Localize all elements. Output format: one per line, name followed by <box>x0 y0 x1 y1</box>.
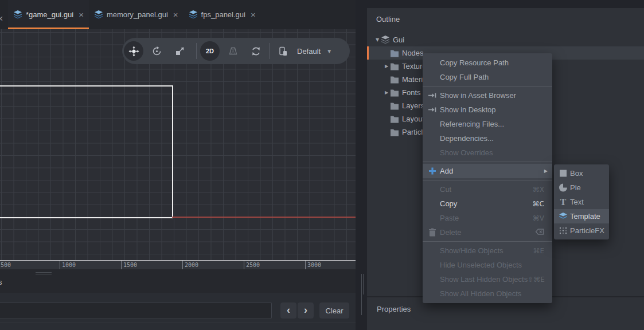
menu-item-add[interactable]: Add▶ <box>423 164 552 178</box>
console-search-input[interactable] <box>0 302 272 319</box>
tree-item-label: Nodes <box>402 49 424 57</box>
tree-item-label: Gui <box>393 36 404 44</box>
display-profile-value[interactable]: Default <box>297 47 321 56</box>
tab-label: memory_panel.gui <box>107 10 168 19</box>
console-tab-partial-label: s <box>0 278 2 286</box>
menu-divider <box>423 160 552 164</box>
menu-item-hide-unselected-objects: Hide Unselected Objects <box>423 258 552 272</box>
particlefx-icon <box>559 226 568 235</box>
tab-label: *game_gui.gui <box>26 10 73 19</box>
submenu-item-box[interactable]: Box <box>554 166 609 180</box>
outline-panel-title: Outline <box>376 15 400 23</box>
chevron-expanded-icon[interactable]: ▼ <box>374 37 381 42</box>
close-tab-icon[interactable]: × <box>173 10 178 19</box>
tab-fps-panel-gui[interactable]: fps_panel.gui× <box>184 0 261 29</box>
submenu-arrow-icon: ▶ <box>544 168 548 174</box>
chevron-left-icon: ‹ <box>287 305 290 315</box>
add-submenu: BoxPieTTextTemplateParticleFX <box>554 164 609 239</box>
ruler-label: 500 <box>1 262 11 268</box>
ruler-label: 1000 <box>62 262 76 268</box>
tab-label: fps_panel.gui <box>201 10 245 19</box>
ruler-label: 3000 <box>307 262 321 268</box>
submenu-item-template[interactable]: Template <box>554 209 609 223</box>
menu-item-shortcut: ⌘V <box>533 214 544 222</box>
submenu-item-pie[interactable]: Pie <box>554 180 609 195</box>
clear-button[interactable]: Clear <box>319 302 349 319</box>
ruler-tick <box>121 261 122 270</box>
tree-item-gui[interactable]: ▼Gui <box>367 33 644 46</box>
close-tab-icon[interactable]: × <box>251 10 256 19</box>
close-tab-icon[interactable]: × <box>0 14 3 23</box>
menu-item-shortcut: ⌘C <box>533 200 544 208</box>
menu-item-shortcut: ⌘X <box>533 186 544 194</box>
ruler-label: 2000 <box>185 262 198 268</box>
tree-item-label: Layers <box>402 101 424 110</box>
submenu-item-label: Box <box>570 169 609 178</box>
rotate-tool-button[interactable] <box>147 41 166 61</box>
menu-item-label: Show in Desktop <box>440 105 552 114</box>
chevron-down-icon[interactable]: ▼ <box>326 48 332 54</box>
submenu-item-particlefx[interactable]: ParticleFX <box>554 223 609 238</box>
menu-item-label: Show Overrides <box>440 148 552 157</box>
tab--game-gui-gui[interactable]: *game_gui.gui× <box>8 0 89 29</box>
scene-viewport[interactable]: 2DDefault▼ <box>0 29 356 260</box>
refresh-icon <box>251 46 261 57</box>
2d-mode-button[interactable]: 2D <box>200 41 220 61</box>
horizontal-splitter-handle[interactable] <box>36 272 52 276</box>
svg-text:T: T <box>560 198 567 206</box>
context-menu: Copy Resource PathCopy Full PathShow in … <box>423 53 552 303</box>
move-tool-button[interactable] <box>124 41 143 61</box>
perspective-camera-button[interactable] <box>223 41 243 61</box>
menu-item-dependencies-[interactable]: Dependencies... <box>423 131 552 146</box>
console-panel-divider <box>0 323 356 323</box>
horizontal-ruler: 50010001500200025003000 <box>0 260 356 269</box>
editor-left-column: × *game_gui.gui×memory_panel.gui×fps_pan… <box>0 0 356 330</box>
move-tool-icon <box>128 46 139 57</box>
scale-tool-button[interactable] <box>170 41 189 61</box>
reset-camera-button[interactable] <box>246 41 266 61</box>
folder-icon <box>390 62 399 70</box>
device-icon <box>278 46 288 57</box>
menu-item-referencing-files-[interactable]: Referencing Files... <box>423 117 552 131</box>
submenu-item-label: Template <box>570 212 609 221</box>
ruler-tick <box>244 261 244 270</box>
folder-icon <box>390 115 399 123</box>
menu-item-label: Show All Hidden Objects <box>440 289 552 298</box>
tab-memory-panel-gui[interactable]: memory_panel.gui× <box>89 0 184 29</box>
menu-item-shortcut: ⌘E <box>533 247 544 255</box>
folder-icon <box>390 101 399 110</box>
submenu-item-label: ParticleFX <box>570 226 609 235</box>
plus-icon <box>428 167 437 175</box>
menu-item-show-in-asset-browser[interactable]: Show in Asset Browser <box>423 88 552 103</box>
clear-button-label: Clear <box>325 307 343 315</box>
menu-item-cut: Cut⌘X <box>423 182 552 197</box>
toolbar-divider <box>196 43 197 59</box>
console-panel: s ‹ › Clear <box>0 269 356 330</box>
menu-item-label: Delete <box>440 228 535 237</box>
next-result-button[interactable]: › <box>298 302 314 319</box>
prev-result-button[interactable]: ‹ <box>280 302 296 319</box>
menu-divider <box>423 239 552 243</box>
show-in-icon <box>428 105 437 114</box>
simulated-resolution-button[interactable] <box>273 41 292 61</box>
menu-item-copy-full-path[interactable]: Copy Full Path <box>423 70 552 84</box>
submenu-item-text[interactable]: TText <box>554 195 609 209</box>
menu-item-label: Copy <box>440 199 533 208</box>
vertical-splitter-handle[interactable] <box>361 274 366 294</box>
menu-item-show-hide-objects: Show/Hide Objects⌘E <box>423 243 552 258</box>
menu-divider <box>423 84 552 88</box>
menu-item-delete: Delete <box>423 225 552 239</box>
menu-item-show-in-desktop[interactable]: Show in Desktop <box>423 103 552 117</box>
scale-tool-icon <box>174 46 185 57</box>
gui-bounds-rectangle <box>0 85 173 218</box>
chevron-collapsed-icon[interactable]: ▶ <box>383 64 390 69</box>
close-tab-icon[interactable]: × <box>79 10 84 19</box>
ruler-tick <box>305 261 306 270</box>
editor-window: × *game_gui.gui×memory_panel.gui×fps_pan… <box>0 0 644 330</box>
folder-icon <box>390 128 399 136</box>
menu-item-copy-resource-path[interactable]: Copy Resource Path <box>423 56 552 70</box>
chevron-collapsed-icon[interactable]: ▶ <box>383 90 390 95</box>
menu-item-show-all-hidden-objects: Show All Hidden Objects <box>423 286 552 301</box>
menu-item-copy[interactable]: Copy⌘C <box>423 197 552 211</box>
menu-item-label: Copy Full Path <box>440 73 552 81</box>
